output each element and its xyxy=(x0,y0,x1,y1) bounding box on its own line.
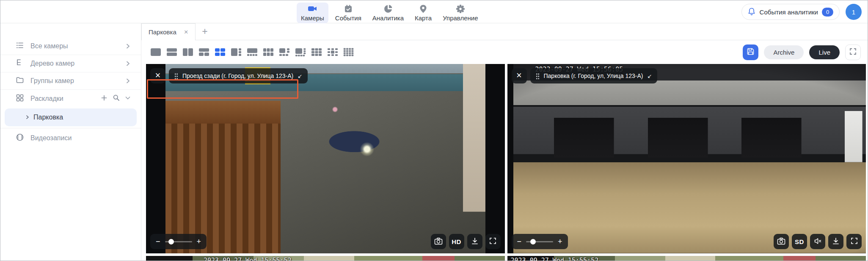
analytics-events-button[interactable]: События аналитики 0 xyxy=(741,4,840,20)
camera-tile-bottom-right[interactable]: 2023-09-27 Wed 15:55:52 xyxy=(507,256,866,261)
live-mode-button[interactable]: Live xyxy=(809,45,840,59)
layout-1-plus-7-icon[interactable] xyxy=(295,48,306,56)
list-icon xyxy=(16,41,24,51)
download-icon xyxy=(471,237,479,246)
gear-icon xyxy=(456,4,465,14)
download-icon xyxy=(832,237,840,246)
nav-label: События xyxy=(335,14,361,22)
layout-2x2-icon[interactable] xyxy=(215,48,226,56)
camera-close-button[interactable]: × xyxy=(150,68,165,83)
pie-chart-icon xyxy=(383,4,393,14)
fullscreen-icon xyxy=(851,237,858,246)
grid-fullscreen-button[interactable] xyxy=(845,44,861,60)
layout-1-plus-8-icon[interactable] xyxy=(327,48,338,56)
camera-tile-rear-passage[interactable]: × Проезд сзади (г. Город, ул. Улица 123-… xyxy=(146,64,505,253)
add-tab-button[interactable]: + xyxy=(196,23,214,40)
digital-zoom-control: − + xyxy=(512,234,568,249)
nav-item-map[interactable]: Карта xyxy=(411,3,436,23)
layout-2-cols-icon[interactable] xyxy=(182,48,193,56)
sidebar-item-layouts[interactable]: Раскладки xyxy=(0,90,141,107)
nav-item-analytics[interactable]: Аналитика xyxy=(368,3,408,23)
nav-item-events[interactable]: События xyxy=(331,3,366,23)
layout-3x3-icon[interactable] xyxy=(311,48,322,56)
nav-label: Аналитика xyxy=(372,14,404,22)
nav-item-management[interactable]: Управление xyxy=(438,3,482,23)
digital-zoom-control: − + xyxy=(150,234,207,249)
layout-1-plus-3-icon[interactable] xyxy=(231,48,242,56)
zoom-slider-knob[interactable] xyxy=(168,239,174,244)
camera-tile-bottom-left[interactable]: 2023-09-27 Wed 15:55:52 xyxy=(146,256,505,261)
save-floppy-icon xyxy=(747,47,755,57)
archive-mode-button[interactable]: Archive xyxy=(764,45,804,59)
chevron-right-small-icon xyxy=(25,114,30,121)
sidebar: Все камеры Дерево камер Группы камер xyxy=(0,23,141,261)
snapshot-button[interactable] xyxy=(774,234,789,249)
layout-1-plus-4-icon[interactable] xyxy=(247,48,258,56)
top-header: Камеры События Аналитика Карта xyxy=(0,0,868,23)
download-button[interactable] xyxy=(828,234,843,249)
save-layout-button[interactable] xyxy=(743,44,758,60)
camera-controls: HD xyxy=(431,234,501,249)
vms-app-window: Камеры События Аналитика Карта xyxy=(0,0,868,261)
camera-controls: SD xyxy=(774,234,862,249)
sidebar-item-camera-tree[interactable]: Дерево камер xyxy=(0,55,141,72)
close-icon: × xyxy=(516,71,522,80)
layout-1-plus-5-icon[interactable] xyxy=(279,48,290,56)
tab-label: Парковка xyxy=(149,28,176,36)
calendar-check-icon xyxy=(344,4,353,14)
fullscreen-icon xyxy=(849,48,857,57)
layout-3x2-icon[interactable] xyxy=(263,48,274,56)
folder-icon xyxy=(16,76,24,86)
mute-button[interactable] xyxy=(810,234,825,249)
zoom-out-button[interactable]: − xyxy=(517,238,522,245)
add-layout-icon[interactable] xyxy=(101,94,107,103)
sidebar-item-all-cameras[interactable]: Все камеры xyxy=(0,38,141,55)
sidebar-item-label: Группы камер xyxy=(30,77,118,85)
camera-feed-image xyxy=(146,256,505,261)
nav-label: Камеры xyxy=(301,14,324,22)
user-avatar[interactable]: 1 xyxy=(846,4,862,20)
tab-parking[interactable]: Парковка × xyxy=(141,23,196,40)
camera-osd-timestamp: 2023-09-27 Wed 15:55:52 xyxy=(204,257,292,261)
tile-fullscreen-button[interactable] xyxy=(485,234,501,249)
camera-close-button[interactable]: × xyxy=(512,68,527,83)
sidebar-item-video-records[interactable]: Видеозаписи xyxy=(0,128,141,147)
app-body: Все камеры Дерево камер Группы камер xyxy=(0,23,868,261)
collapse-arrow-icon: ↙ xyxy=(298,73,302,79)
snapshot-button[interactable] xyxy=(431,234,446,249)
layout-2-rows-icon[interactable] xyxy=(166,48,177,56)
collapse-arrow-icon: ↙ xyxy=(648,73,652,79)
drag-handle-icon xyxy=(536,72,540,79)
film-reel-icon xyxy=(16,133,24,143)
chevron-down-icon[interactable] xyxy=(125,95,131,103)
sidebar-item-layout-parking[interactable]: Парковка xyxy=(5,108,137,126)
tab-strip: Парковка × + xyxy=(141,23,868,40)
chevron-right-icon xyxy=(125,78,131,84)
quality-toggle-button[interactable]: SD xyxy=(792,234,807,249)
camera-tile-parking[interactable]: 2023-09-27 Wed 15:56:05 × Парковка (г. Г… xyxy=(507,64,866,253)
toolbar-right: Archive Live xyxy=(743,44,861,60)
zoom-out-button[interactable]: − xyxy=(156,238,160,245)
camera-title-bar[interactable]: Парковка (г. Город, ул, Улица 123-А) ↙ xyxy=(530,68,658,83)
nav-item-cameras[interactable]: Камеры xyxy=(297,3,328,23)
sidebar-item-camera-groups[interactable]: Группы камер xyxy=(0,72,141,90)
chevron-right-icon xyxy=(125,43,131,49)
zoom-in-button[interactable]: + xyxy=(558,238,562,245)
sidebar-item-label: Видеозаписи xyxy=(30,134,131,142)
zoom-slider[interactable] xyxy=(165,241,192,242)
layout-4x4-icon[interactable] xyxy=(343,48,354,56)
tab-close-icon[interactable]: × xyxy=(184,28,188,36)
zoom-slider[interactable] xyxy=(526,241,553,242)
main-nav: Камеры События Аналитика Карта xyxy=(297,3,482,23)
snapshot-camera-icon xyxy=(777,237,785,246)
zoom-in-button[interactable]: + xyxy=(197,238,201,245)
layout-1x1-icon[interactable] xyxy=(150,48,161,56)
quality-toggle-button[interactable]: HD xyxy=(449,234,464,249)
zoom-slider-knob[interactable] xyxy=(530,239,536,244)
fullscreen-icon xyxy=(489,237,496,246)
download-button[interactable] xyxy=(467,234,482,249)
search-icon[interactable] xyxy=(113,94,120,103)
camera-title-bar[interactable]: Проезд сзади (г. Город, ул. Улица 123-А)… xyxy=(169,68,308,83)
layout-1-plus-2-icon[interactable] xyxy=(198,48,209,56)
tile-fullscreen-button[interactable] xyxy=(846,234,862,249)
